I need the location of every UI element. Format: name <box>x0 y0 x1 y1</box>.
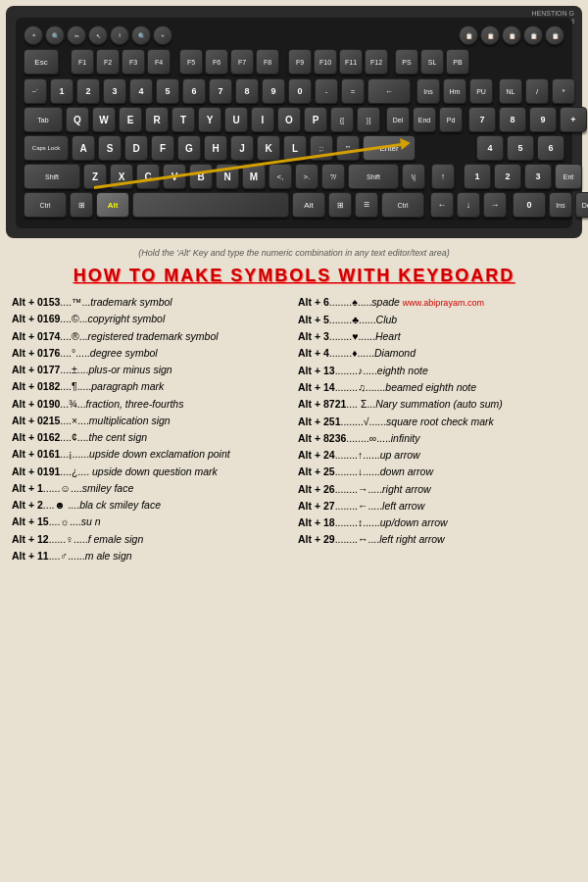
key-r: R <box>145 107 169 132</box>
key-num7: 7 <box>468 107 496 132</box>
key-8: 8 <box>235 78 259 104</box>
list-item: Alt + 5........♣......Club <box>298 312 576 327</box>
key-media-9: 📋 <box>480 25 500 45</box>
key-pb: PB <box>446 49 469 74</box>
key-rbracket: }] <box>357 107 380 132</box>
key-f7: F7 <box>230 49 254 74</box>
key-u: U <box>224 107 248 132</box>
function-row: Esc F1 F2 F3 F4 F5 F6 F7 F8 F9 F10 F11 F… <box>24 49 564 74</box>
key-left-arrow: ← <box>430 192 454 218</box>
list-item: Alt + 251........√......square root chec… <box>298 414 576 429</box>
key-media-11: 📋 <box>523 25 543 45</box>
key-num8: 8 <box>499 107 526 132</box>
key-media-5: I <box>110 25 129 45</box>
key-alt-right: Alt <box>292 192 325 218</box>
key-num1: 1 <box>464 164 491 189</box>
key-quote: "' <box>336 135 360 161</box>
key-2: 2 <box>76 78 100 104</box>
list-item: Alt + 0169....©...copyright symbol <box>12 311 290 326</box>
list-item: Alt + 12......♀.....f emale sign <box>12 531 290 547</box>
key-num5: 5 <box>507 135 534 161</box>
key-f6: F6 <box>205 49 228 74</box>
key-caps-lock: Caps Lock <box>24 135 69 161</box>
key-del: Del <box>386 107 410 132</box>
list-item: Alt + 0162....¢....the cent sign <box>12 429 290 445</box>
key-media-4: ↖ <box>88 25 108 45</box>
key-9: 9 <box>262 78 285 104</box>
list-item: Alt + 0182....¶.....paragraph mark <box>12 378 290 394</box>
key-hm: Hm <box>443 78 466 104</box>
key-backslash: \| <box>402 164 425 189</box>
main-title: HOW TO MAKE SYMBOLS WITH KEYBOARD <box>0 266 588 286</box>
key-up-arrow: ↑ <box>431 164 455 189</box>
key-num4: 4 <box>476 135 504 161</box>
qwerty-row: Tab Q W E R T Y U I O P {[ }] Del End Pd… <box>24 107 564 132</box>
keyboard-section: HENSTION G Large-Print Keyboard ⌖ 🔍 ✂ ↖ … <box>6 6 582 238</box>
list-item: Alt + 0190...¾...fraction, three-fourths <box>12 396 290 412</box>
key-f2: F2 <box>96 49 120 74</box>
key-b: B <box>189 164 213 189</box>
key-6: 6 <box>182 78 206 104</box>
list-item: Alt + 6........♠.....spade www.abiprayam… <box>298 294 576 311</box>
key-numstar: * <box>552 78 575 104</box>
list-item: Alt + 0161...¡......upside down exclamat… <box>12 446 290 462</box>
keyboard-image: ⌖ 🔍 ✂ ↖ I 🔍 + 📋 📋 📋 📋 📋 Esc F1 F2 F3 F4 <box>16 18 572 228</box>
key-k: K <box>257 135 280 161</box>
website-link: www.abiprayam.com <box>403 298 484 308</box>
key-f1: F1 <box>71 49 94 74</box>
key-num2: 2 <box>494 164 521 189</box>
multimedia-row: ⌖ 🔍 ✂ ↖ I 🔍 + 📋 📋 📋 📋 📋 <box>24 25 564 45</box>
key-ins: Ins <box>416 78 440 104</box>
key-p: P <box>304 107 327 132</box>
key-lbracket: {[ <box>330 107 354 132</box>
key-3: 3 <box>103 78 126 104</box>
list-item: Alt + 18........↕......up/down arrow <box>298 514 576 530</box>
list-item: Alt + 2....☻ ....bla ck smiley face <box>12 497 290 513</box>
key-numdot: Del <box>575 192 588 218</box>
key-5: 5 <box>156 78 179 104</box>
list-item: Alt + 0177....±....plus-or minus sign <box>12 362 290 377</box>
key-win-left: ⊞ <box>70 192 93 218</box>
key-tilde: ~` <box>24 78 47 104</box>
key-t: T <box>172 107 195 132</box>
key-numplus: + <box>560 107 587 132</box>
key-ps: PS <box>395 49 418 74</box>
key-num3: 3 <box>524 164 552 189</box>
key-shift-left: Shift <box>24 164 80 189</box>
key-media-3: ✂ <box>67 25 86 45</box>
right-column: Alt + 6........♠.....spade www.abiprayam… <box>294 294 580 564</box>
list-item: Alt + 0174....®...registered trademark s… <box>12 328 290 344</box>
key-o: O <box>277 107 301 132</box>
key-media-2: 🔍 <box>45 25 65 45</box>
key-numslash: / <box>525 78 549 104</box>
key-f5: F5 <box>179 49 203 74</box>
key-ctrl-left: Ctrl <box>24 192 67 218</box>
key-win-right: ⊞ <box>328 192 352 218</box>
key-ctrl-right: Ctrl <box>381 192 424 218</box>
instruction-text: (Hold the 'Alt' Key and type the numeric… <box>0 244 588 260</box>
key-numenter: Ent <box>555 164 582 189</box>
left-column: Alt + 0153....™...trademark symbolAlt + … <box>8 294 294 564</box>
key-minus: - <box>315 78 338 104</box>
key-7: 7 <box>209 78 232 104</box>
key-backspace: ← <box>368 78 411 104</box>
key-tab: Tab <box>24 107 63 132</box>
list-item: Alt + 8236........∞.....infinity <box>298 430 576 446</box>
key-0: 0 <box>288 78 312 104</box>
list-item: Alt + 15....☼....su n <box>12 514 290 529</box>
key-period: >. <box>295 164 318 189</box>
key-num0: 0 <box>513 192 546 218</box>
key-f11: F11 <box>339 49 363 74</box>
key-f9: F9 <box>288 49 312 74</box>
list-item: Alt + 8721.... Σ...Nary summation (auto … <box>298 396 576 412</box>
list-item: Alt + 1......☺....smiley face <box>12 480 290 496</box>
list-item: Alt + 25........↓......down arrow <box>298 464 576 479</box>
key-num9: 9 <box>529 107 557 132</box>
list-item: Alt + 14........♫.......beamed eighth no… <box>298 379 576 395</box>
key-e: E <box>119 107 142 132</box>
list-item: Alt + 3........♥......Heart <box>298 328 576 344</box>
key-pu: PU <box>469 78 493 104</box>
key-shift-right: Shift <box>348 164 399 189</box>
key-f4: F4 <box>147 49 171 74</box>
list-item: Alt + 29........↔....left right arrow <box>298 531 576 547</box>
